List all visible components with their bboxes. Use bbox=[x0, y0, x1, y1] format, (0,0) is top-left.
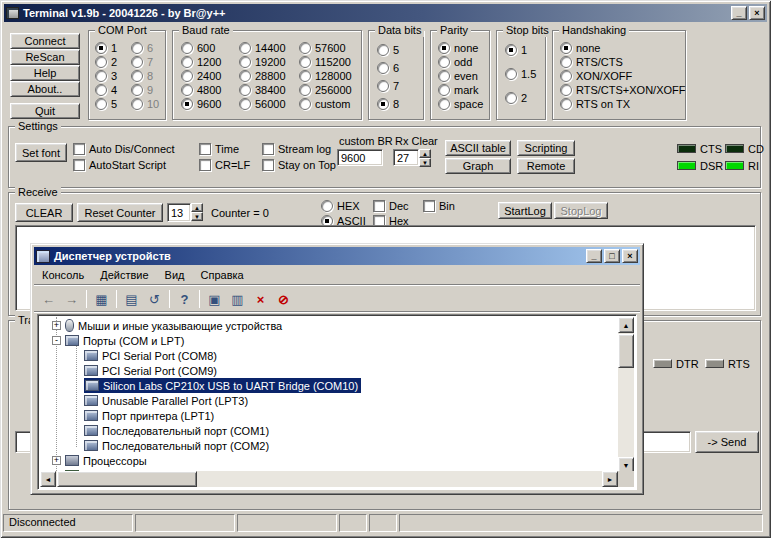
bin-checkbox[interactable]: Bin bbox=[423, 199, 455, 212]
terminal-titlebar[interactable]: Terminal v1.9b - 20041226 - by Br@y++ _ … bbox=[4, 4, 767, 22]
back-icon[interactable]: ← bbox=[37, 288, 60, 310]
tree-item-com10-selected[interactable]: Silicon Labs CP210x USB to UART Bridge (… bbox=[40, 378, 618, 393]
handshake-none[interactable]: none bbox=[560, 41, 600, 54]
send-button[interactable]: -> Send bbox=[695, 431, 759, 453]
baud-custom[interactable]: custom bbox=[299, 97, 350, 110]
baud-600[interactable]: 600 bbox=[181, 41, 215, 54]
tree-item-lpt3[interactable]: Unusable Parallel Port (LPT3) bbox=[40, 393, 618, 408]
tree-item-label[interactable]: Порт принтера (LPT1) bbox=[102, 410, 214, 422]
rx-clear-input[interactable] bbox=[393, 149, 419, 166]
startlog-button[interactable]: StartLog bbox=[498, 202, 552, 219]
tree-item-processors[interactable]: + Процессоры bbox=[40, 453, 618, 468]
horizontal-scrollbar[interactable]: ◄ ► bbox=[40, 471, 618, 487]
refresh-icon[interactable]: ↺ bbox=[143, 288, 166, 310]
close-button[interactable]: × bbox=[622, 249, 638, 263]
com-port-option-1[interactable]: 1 bbox=[95, 41, 117, 54]
minimize-button[interactable]: _ bbox=[731, 6, 747, 20]
expand-icon[interactable]: + bbox=[52, 321, 61, 330]
baud-1200[interactable]: 1200 bbox=[181, 55, 221, 68]
about-button[interactable]: About.. bbox=[10, 81, 80, 97]
reset-counter-button[interactable]: Reset Counter bbox=[77, 203, 163, 222]
com-port-option-5[interactable]: 5 bbox=[95, 97, 117, 110]
scroll-right-icon[interactable]: ► bbox=[602, 471, 618, 487]
data-bits-7[interactable]: 7 bbox=[377, 79, 399, 92]
tree-item-ports-category[interactable]: - Порты (COM и LPT) bbox=[40, 333, 618, 348]
baud-14400[interactable]: 14400 bbox=[239, 41, 286, 54]
tree-item-label[interactable]: Unusable Parallel Port (LPT3) bbox=[102, 395, 248, 407]
disable-device-icon[interactable]: × bbox=[249, 288, 272, 310]
tree-item-label[interactable]: Последовательный порт (COM1) bbox=[102, 425, 269, 437]
menu-view[interactable]: Вид bbox=[157, 267, 193, 283]
help-button[interactable]: Help bbox=[10, 65, 80, 81]
show-console-tree-icon[interactable]: ▦ bbox=[90, 288, 113, 310]
clear-button[interactable]: CLEAR bbox=[15, 203, 73, 222]
spin-up-icon[interactable]: ▲ bbox=[419, 149, 431, 158]
parity-odd[interactable]: odd bbox=[438, 55, 472, 68]
tree-item-com9[interactable]: PCI Serial Port (COM9) bbox=[40, 363, 618, 378]
set-font-button[interactable]: Set font bbox=[15, 143, 67, 162]
tree-item-lpt1[interactable]: Порт принтера (LPT1) bbox=[40, 408, 618, 423]
tree-item-label[interactable]: Порты (COM и LPT) bbox=[83, 335, 184, 347]
spin-down-icon[interactable]: ▼ bbox=[191, 212, 203, 221]
handshake-rtscts-xonxoff[interactable]: RTS/CTS+XON/XOFF bbox=[560, 83, 686, 96]
custom-br-input[interactable] bbox=[337, 149, 383, 166]
vertical-scroll-thumb[interactable] bbox=[618, 334, 634, 368]
tree-item-mice[interactable]: + Мыши и иные указывающие устройства bbox=[40, 318, 618, 333]
scripting-button[interactable]: Scripting bbox=[517, 140, 575, 156]
close-button[interactable]: × bbox=[749, 6, 765, 20]
collapse-icon[interactable]: - bbox=[52, 336, 61, 345]
handshake-rtscts[interactable]: RTS/CTS bbox=[560, 55, 623, 68]
minimize-button[interactable]: _ bbox=[586, 249, 602, 263]
handshake-rts-on-tx[interactable]: RTS on TX bbox=[560, 97, 630, 110]
baud-115200[interactable]: 115200 bbox=[299, 55, 351, 68]
data-bits-8[interactable]: 8 bbox=[377, 97, 399, 110]
dec-checkbox[interactable]: Dec bbox=[373, 199, 409, 212]
dtr-led[interactable] bbox=[653, 359, 672, 368]
connect-button[interactable]: Connect bbox=[10, 33, 80, 49]
device-manager-titlebar[interactable]: Диспетчер устройств _ □ × bbox=[34, 247, 640, 265]
uninstall-device-icon[interactable]: ⊘ bbox=[272, 288, 295, 310]
expand-icon[interactable]: + bbox=[52, 456, 61, 465]
stop-bits-1[interactable]: 1 bbox=[505, 43, 527, 56]
scroll-left-icon[interactable]: ◄ bbox=[40, 471, 56, 487]
scan-hardware-icon[interactable]: ▣ bbox=[203, 288, 226, 310]
time-checkbox[interactable]: Time bbox=[199, 142, 239, 155]
tree-item-com8[interactable]: PCI Serial Port (COM8) bbox=[40, 348, 618, 363]
auto-disconnect-checkbox[interactable]: Auto Dis/Connect bbox=[73, 142, 175, 155]
stop-bits-1-5[interactable]: 1.5 bbox=[505, 67, 536, 80]
baud-57600[interactable]: 57600 bbox=[299, 41, 346, 54]
tree-item-label[interactable]: Последовательный порт (COM2) bbox=[102, 440, 269, 452]
remote-button[interactable]: Remote bbox=[517, 158, 575, 174]
baud-28800[interactable]: 28800 bbox=[239, 69, 286, 82]
scroll-up-icon[interactable]: ▲ bbox=[618, 317, 634, 333]
stay-on-top-checkbox[interactable]: Stay on Top bbox=[262, 158, 336, 171]
horizontal-scroll-thumb[interactable] bbox=[57, 471, 197, 487]
spin-up-icon[interactable]: ▲ bbox=[191, 203, 203, 212]
stream-log-checkbox[interactable]: Stream log bbox=[262, 142, 331, 155]
menu-console[interactable]: Консоль bbox=[34, 267, 92, 283]
com-port-option-4[interactable]: 4 bbox=[95, 83, 117, 96]
parity-mark[interactable]: mark bbox=[438, 83, 478, 96]
graph-button[interactable]: Graph bbox=[445, 158, 511, 174]
baud-19200[interactable]: 19200 bbox=[239, 55, 286, 68]
rts-led[interactable] bbox=[705, 359, 724, 368]
selected-device-highlight[interactable]: Silicon Labs CP210x USB to UART Bridge (… bbox=[84, 378, 361, 393]
data-bits-6[interactable]: 6 bbox=[377, 61, 399, 74]
counter-spin-input[interactable] bbox=[167, 203, 191, 222]
baud-2400[interactable]: 2400 bbox=[181, 69, 221, 82]
forward-icon[interactable]: → bbox=[60, 288, 83, 310]
menu-action[interactable]: Действие bbox=[92, 267, 156, 283]
parity-none[interactable]: none bbox=[438, 41, 478, 54]
properties-icon[interactable]: ▤ bbox=[120, 288, 143, 310]
com-port-option-3[interactable]: 3 bbox=[95, 69, 117, 82]
tree-item-com2[interactable]: Последовательный порт (COM2) bbox=[40, 438, 618, 453]
parity-even[interactable]: even bbox=[438, 69, 478, 82]
data-bits-5[interactable]: 5 bbox=[377, 43, 399, 56]
tree-item-label[interactable]: Silicon Labs CP210x USB to UART Bridge (… bbox=[103, 380, 358, 392]
rescan-button[interactable]: ReScan bbox=[10, 49, 80, 65]
tree-item-label[interactable]: Мыши и иные указывающие устройства bbox=[78, 320, 282, 332]
baud-256000[interactable]: 256000 bbox=[299, 83, 352, 96]
baud-56000[interactable]: 56000 bbox=[239, 97, 286, 110]
quit-button[interactable]: Quit bbox=[10, 103, 80, 119]
parity-space[interactable]: space bbox=[438, 97, 483, 110]
